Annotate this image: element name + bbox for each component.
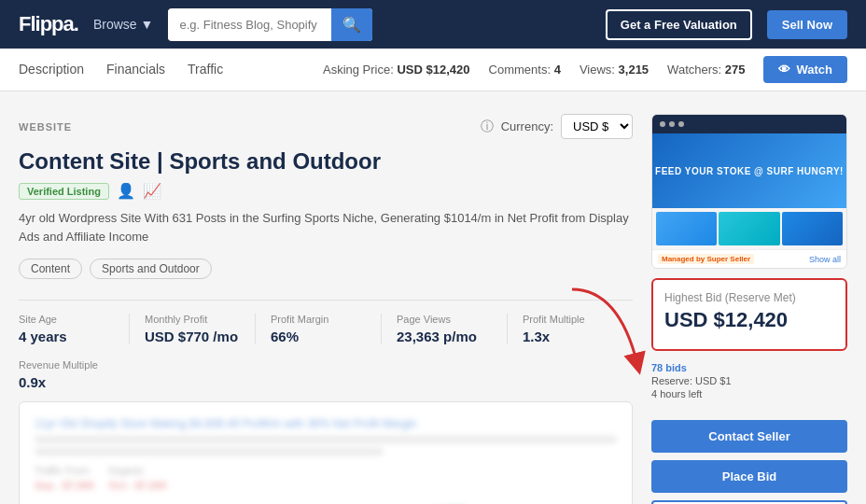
contact-seller-button[interactable]: Contact Seller [651,420,847,453]
place-bid-button[interactable]: Place Bid [651,460,847,493]
bids-count[interactable]: 78 bids [651,362,847,373]
preview-thumb-2 [719,212,779,245]
revenue-multiple: Revenue Multiple 0.9x [19,359,633,390]
window-dot-2 [669,121,675,127]
tag-category[interactable]: Sports and Outdoor [90,259,212,279]
super-seller-badge: Managed by Super Seller [658,254,754,264]
navbar: Flippa. Browse ▼ 🔍 Get a Free Valuation … [0,0,866,49]
bid-amount: USD $12,420 [664,308,834,332]
listing-preview: FEED YOUR STOKE @ SURF HUNGRY! Managed b… [651,114,847,269]
preview-footer: Managed by Super Seller Show all [652,249,846,268]
traffic-val-2: Oct - $7,200 [109,480,167,491]
time-left: 4 hours left [651,388,847,399]
verified-badge: Verified Listing [19,183,109,200]
asking-price: Asking Price: USD $12,420 [323,63,470,77]
subnav-traffic[interactable]: Traffic [188,49,223,91]
site-logo[interactable]: Flippa. [19,12,78,36]
listing-title: Content Site | Sports and Outdoor [19,148,633,175]
preview-thumb-3 [782,212,843,245]
bid-label: Highest Bid (Reserve Met) [664,291,834,304]
eye-icon: 👁 [778,63,790,77]
stat-profit-multiple: Profit Multiple 1.3x [523,314,633,344]
stat-site-age: Site Age 4 years [19,314,130,344]
reserve-info: Reserve: USD $1 [651,375,847,386]
currency-select[interactable]: USD $ EUR € GBP £ [561,114,633,139]
top-row: WEBSITE ⓘ Currency: USD $ EUR € GBP £ [19,114,633,139]
show-all-link[interactable]: Show all [809,255,841,264]
preview-header [652,115,846,133]
listing-type: WEBSITE [19,121,72,133]
verified-icon-1: 👤 [117,182,135,200]
subnav-description[interactable]: Description [19,49,84,91]
traffic-organic-label: Organic [108,465,145,476]
preview-thumb-1 [656,212,717,245]
search-input[interactable] [168,10,330,39]
comments-count: Comments: 4 [489,63,561,77]
preview-main-image: FEED YOUR STOKE @ SURF HUNGRY! [652,133,846,208]
window-dot-1 [660,121,665,127]
search-bar: 🔍 [168,8,371,41]
watch-button-subnav[interactable]: 👁 Watch [763,56,847,83]
preview-thumbnails [652,208,846,249]
stat-monthly-profit: Monthly Profit USD $770 /mo [145,314,256,344]
window-dot-3 [678,121,684,127]
subnav-financials[interactable]: Financials [106,49,165,91]
tags-row: Content Sports and Outdoor [19,259,633,279]
subnav-links: Description Financials Traffic [19,49,223,91]
watch-button-sidebar[interactable]: 👁 Watch [651,500,847,504]
verified-row: Verified Listing 👤 📈 [19,182,633,200]
views-count: Views: 3,215 [580,63,649,77]
sidebar: FEED YOUR STOKE @ SURF HUNGRY! Managed b… [651,114,847,504]
watchers-count: Watchers: 275 [667,63,745,77]
listing-description: 4yr old Wordpress Site With 631 Posts in… [19,209,633,245]
currency-row: ⓘ Currency: USD $ EUR € GBP £ [481,114,633,139]
traffic-from-label: Traffic From [35,465,90,476]
stat-profit-margin: Profit Margin 66% [271,314,382,344]
verified-icon-2: 📈 [143,182,161,200]
currency-label: Currency: [501,119,553,133]
blurred-listing-card: 11yr Old Shopify Store Making $4,608.49 … [19,401,633,504]
sell-now-button[interactable]: Sell Now [767,10,847,39]
subnav: Description Financials Traffic Asking Pr… [0,49,866,91]
bid-box: Highest Bid (Reserve Met) USD $12,420 [651,278,847,351]
content-area: WEBSITE ⓘ Currency: USD $ EUR € GBP £ Co… [19,114,651,504]
stat-page-views: Page Views 23,363 p/mo [397,314,508,344]
blurred-listing-title: 11yr Old Shopify Store Making $4,608.49 … [35,417,617,430]
search-button[interactable]: 🔍 [331,8,372,41]
main-content: WEBSITE ⓘ Currency: USD $ EUR € GBP £ Co… [0,91,866,504]
valuation-button[interactable]: Get a Free Valuation [606,9,752,40]
browse-menu[interactable]: Browse ▼ [93,17,154,32]
traffic-val-1: Sep - $7,500 [35,480,94,491]
stats-grid: Site Age 4 years Monthly Profit USD $770… [19,300,633,344]
subnav-meta: Asking Price: USD $12,420 Comments: 4 Vi… [323,56,847,83]
tag-content[interactable]: Content [19,259,82,279]
mini-chart [35,495,617,504]
info-icon[interactable]: ⓘ [481,119,494,135]
